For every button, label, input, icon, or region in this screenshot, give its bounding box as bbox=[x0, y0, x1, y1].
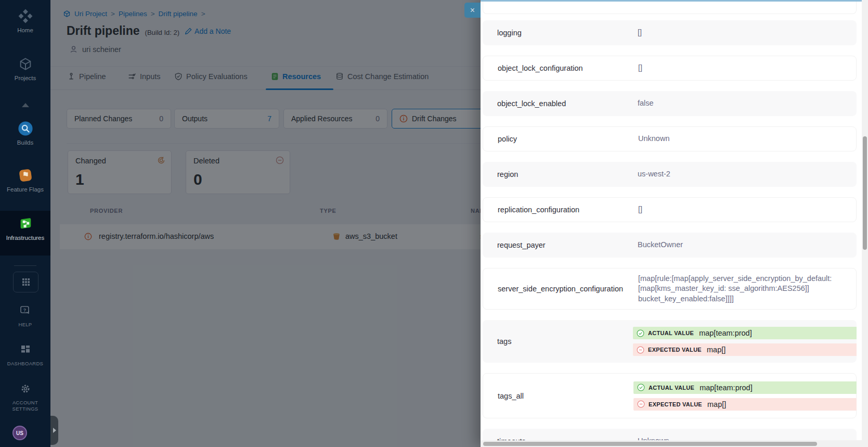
expected-value-badge: EXPECTED VALUE map[] bbox=[633, 398, 857, 411]
dashboards-icon bbox=[0, 341, 50, 359]
user-avatar[interactable]: US bbox=[12, 426, 27, 440]
expected-value: map[] bbox=[707, 400, 726, 408]
svg-text:?: ? bbox=[23, 308, 26, 313]
sidebar-item-label: ACCOUNT SETTINGS bbox=[9, 400, 42, 412]
sidebar-item-label: Projects bbox=[0, 75, 50, 81]
attribute-value: [] bbox=[638, 28, 642, 38]
actual-value: map[team:prod] bbox=[699, 329, 752, 337]
actual-value: map[team:prod] bbox=[699, 384, 753, 392]
builds-icon bbox=[0, 120, 50, 137]
expected-value: map[] bbox=[707, 346, 726, 354]
chevron-up-icon bbox=[22, 103, 29, 107]
sidebar-item-help[interactable]: ? HELP bbox=[0, 302, 50, 328]
sidebar-divider bbox=[14, 265, 36, 266]
vertical-scrollbar-thumb[interactable] bbox=[863, 136, 867, 250]
attribute-row-partial bbox=[483, 2, 857, 14]
drift-details-drawer: logging [] object_lock_configuration [] … bbox=[481, 0, 868, 447]
app-window: Home Projects Builds Feature Flags bbox=[0, 0, 868, 447]
actual-value-badge: ACTUAL VALUE map[team:prod] bbox=[633, 327, 857, 339]
attribute-row-drift: tags_all ACTUAL VALUE map[team:prod] EXP… bbox=[483, 373, 857, 418]
sidebar-item-label: Feature Flags bbox=[0, 186, 50, 193]
sidebar-item-account-settings[interactable]: ACCOUNT SETTINGS bbox=[0, 380, 50, 412]
attribute-key: object_lock_configuration bbox=[483, 64, 638, 72]
attribute-key: object_lock_enabled bbox=[483, 99, 638, 108]
attribute-value: false bbox=[638, 98, 654, 109]
gear-icon bbox=[0, 380, 50, 398]
attribute-value: [] bbox=[638, 205, 642, 215]
module-selector-button[interactable] bbox=[13, 272, 38, 292]
sidebar-item-home[interactable]: Home bbox=[0, 7, 50, 33]
attribute-row: request_payer BucketOwner bbox=[483, 233, 857, 258]
expected-value-badge: EXPECTED VALUE map[] bbox=[633, 343, 857, 356]
sidebar-collapse-chevron[interactable] bbox=[0, 103, 50, 107]
sidebar-item-label: HELP bbox=[0, 322, 50, 328]
actual-value-badge: ACTUAL VALUE map[team:prod] bbox=[633, 381, 857, 394]
attribute-key: tags bbox=[483, 337, 638, 346]
check-circle-icon bbox=[637, 384, 645, 391]
sidebar-item-projects[interactable]: Projects bbox=[0, 55, 50, 81]
drawer-close-button[interactable]: × bbox=[464, 3, 481, 18]
minus-circle-icon bbox=[637, 346, 644, 354]
attribute-row: server_side_encryption_configuration [ma… bbox=[483, 268, 857, 310]
actual-value-label: ACTUAL VALUE bbox=[649, 385, 694, 391]
attribute-value: [] bbox=[638, 63, 642, 73]
expected-value-label: EXPECTED VALUE bbox=[648, 347, 702, 353]
attribute-list: logging [] object_lock_configuration [] … bbox=[483, 0, 857, 443]
sidebar-item-label: Builds bbox=[0, 139, 50, 146]
attribute-key: tags_all bbox=[483, 392, 638, 400]
grid-icon bbox=[22, 278, 30, 286]
attribute-row: replication_configuration [] bbox=[483, 197, 857, 222]
home-icon bbox=[0, 7, 50, 25]
attribute-key: replication_configuration bbox=[483, 206, 638, 214]
attribute-key: policy bbox=[483, 135, 638, 143]
sidebar-item-label: Home bbox=[0, 27, 50, 33]
attribute-key: request_payer bbox=[483, 241, 638, 249]
sidebar-item-builds[interactable]: Builds bbox=[0, 120, 50, 146]
infrastructures-icon bbox=[0, 215, 50, 233]
attribute-row: policy Unknown bbox=[483, 126, 857, 151]
sidebar-item-label: Infrastructures bbox=[0, 235, 50, 241]
chevron-right-icon bbox=[53, 428, 56, 433]
sidebar: Home Projects Builds Feature Flags bbox=[0, 0, 50, 447]
check-circle-icon bbox=[637, 329, 644, 337]
attribute-row: object_lock_configuration [] bbox=[483, 56, 857, 81]
feature-flags-icon bbox=[0, 167, 50, 184]
attribute-value: us-west-2 bbox=[638, 169, 670, 180]
horizontal-scrollbar-thumb[interactable] bbox=[483, 442, 817, 446]
attribute-key: region bbox=[483, 170, 638, 178]
sidebar-item-dashboards[interactable]: DASHBOARDS bbox=[0, 341, 50, 367]
attribute-row: region us-west-2 bbox=[483, 162, 857, 187]
attribute-value: Unknown bbox=[638, 134, 669, 144]
attribute-row-drift: tags ACTUAL VALUE map[team:prod] EXPECTE… bbox=[483, 320, 857, 363]
expected-value-label: EXPECTED VALUE bbox=[649, 401, 702, 407]
minus-circle-icon bbox=[637, 400, 645, 408]
attribute-value: BucketOwner bbox=[638, 240, 683, 250]
attribute-key: logging bbox=[483, 29, 638, 37]
attribute-row: object_lock_enabled false bbox=[483, 91, 857, 116]
projects-icon bbox=[0, 55, 50, 73]
actual-value-label: ACTUAL VALUE bbox=[648, 330, 694, 336]
attribute-key: server_side_encryption_configuration bbox=[483, 285, 638, 293]
attribute-value: [map[rule:[map[apply_server_side_encrypt… bbox=[638, 274, 845, 304]
modal-dim-overlay[interactable] bbox=[50, 0, 481, 447]
drift-diff: ACTUAL VALUE map[team:prod] EXPECTED VAL… bbox=[633, 327, 857, 356]
sidebar-expand-handle[interactable] bbox=[50, 416, 58, 445]
attribute-row: logging [] bbox=[483, 20, 857, 45]
help-icon: ? bbox=[0, 302, 50, 320]
sidebar-item-feature-flags[interactable]: Feature Flags bbox=[0, 167, 50, 193]
sidebar-item-infrastructures[interactable]: Infrastructures bbox=[0, 215, 50, 241]
sidebar-item-label: DASHBOARDS bbox=[0, 361, 50, 367]
drift-diff: ACTUAL VALUE map[team:prod] EXPECTED VAL… bbox=[633, 381, 857, 411]
